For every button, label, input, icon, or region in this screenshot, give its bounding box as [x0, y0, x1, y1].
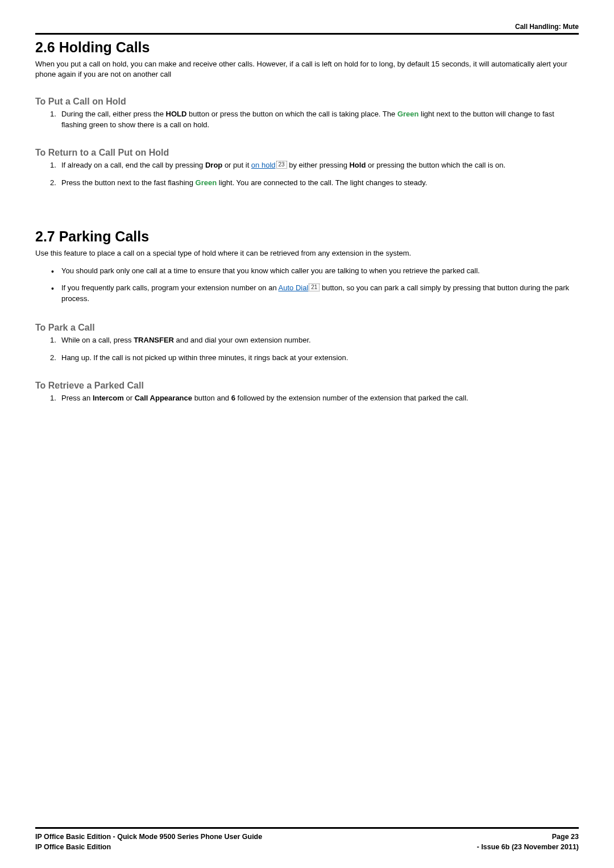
text-fragment: If already on a call, end the call by pr… — [61, 161, 205, 169]
page-ref-21: 21 — [309, 283, 320, 291]
park-call-step-1: 1. While on a call, press TRANSFER and a… — [61, 335, 579, 346]
text-fragment: followed by the extension number of the … — [235, 394, 468, 402]
footer-right-2: - Issue 6b (23 November 2011) — [477, 842, 579, 853]
section-26-title: 2.6 Holding Calls — [35, 39, 579, 56]
page-ref-23: 23 — [276, 161, 287, 169]
return-hold-heading: To Return to a Call Put on Hold — [35, 148, 579, 158]
return-hold-step-2: 2. Press the button next to the fast fla… — [61, 178, 579, 189]
drop-keyword: Drop — [205, 161, 222, 169]
call-appearance-keyword: Call Appearance — [135, 394, 192, 402]
list-number: 2. — [50, 353, 56, 364]
park-bullet-2: If you frequently park calls, program yo… — [61, 283, 579, 304]
transfer-keyword: TRANSFER — [134, 336, 174, 344]
text-fragment: Hang up. If the call is not picked up wi… — [61, 353, 348, 362]
park-bullet-1: You should park only one call at a time … — [61, 266, 579, 277]
text-fragment: light. You are connected to the call. Th… — [217, 178, 427, 187]
text-fragment: by either pressing — [287, 161, 350, 169]
text-fragment: or put it — [222, 161, 251, 169]
retrieve-heading: To Retrieve a Parked Call — [35, 381, 579, 391]
list-number: 2. — [50, 178, 56, 189]
top-divider — [35, 33, 579, 35]
text-fragment: or — [124, 394, 135, 402]
green-keyword: Green — [397, 110, 419, 118]
text-fragment: Press an — [61, 394, 93, 402]
list-number: 1. — [50, 160, 56, 171]
footer-left-1: IP Office Basic Edition - Quick Mode 950… — [35, 832, 262, 842]
list-number: 1. — [50, 393, 56, 404]
section-27-title: 2.7 Parking Calls — [35, 228, 579, 245]
put-on-hold-step-1: 1. During the call, either press the HOL… — [61, 109, 579, 131]
text-fragment: During the call, either press the — [61, 110, 166, 118]
page-footer: IP Office Basic Edition - Quick Mode 950… — [35, 827, 579, 852]
breadcrumb: Call Handling: Mute — [35, 23, 579, 31]
text-fragment: button or press the button on which the … — [186, 110, 397, 118]
list-number: 1. — [50, 335, 56, 346]
text-fragment: button and — [192, 394, 231, 402]
auto-dial-link[interactable]: Auto Dial — [279, 283, 309, 292]
intercom-keyword: Intercom — [93, 394, 124, 402]
text-fragment: While on a call, press — [61, 336, 134, 344]
section-26-intro: When you put a call on hold, you can mak… — [35, 59, 579, 80]
list-number: 1. — [50, 109, 56, 120]
hold-keyword: HOLD — [166, 110, 187, 118]
retrieve-step-1: 1. Press an Intercom or Call Appearance … — [61, 393, 579, 404]
park-call-step-2: 2. Hang up. If the call is not picked up… — [61, 353, 579, 364]
footer-divider — [35, 827, 579, 829]
return-hold-step-1: 1. If already on a call, end the call by… — [61, 160, 579, 171]
park-call-heading: To Park a Call — [35, 323, 579, 333]
hold-keyword: Hold — [349, 161, 366, 169]
green-keyword: Green — [196, 178, 217, 187]
six-keyword: 6 — [231, 394, 235, 402]
on-hold-link[interactable]: on hold — [251, 161, 276, 169]
footer-right-1: Page 23 — [552, 832, 579, 842]
text-fragment: or pressing the button which the call is… — [366, 161, 505, 169]
text-fragment: Press the button next to the fast flashi… — [61, 178, 196, 187]
text-fragment: If you frequently park calls, program yo… — [61, 283, 279, 292]
put-on-hold-heading: To Put a Call on Hold — [35, 97, 579, 107]
section-27-intro: Use this feature to place a call on a sp… — [35, 248, 579, 259]
text-fragment: and and dial your own extension number. — [174, 336, 311, 344]
footer-left-2: IP Office Basic Edition — [35, 842, 111, 853]
